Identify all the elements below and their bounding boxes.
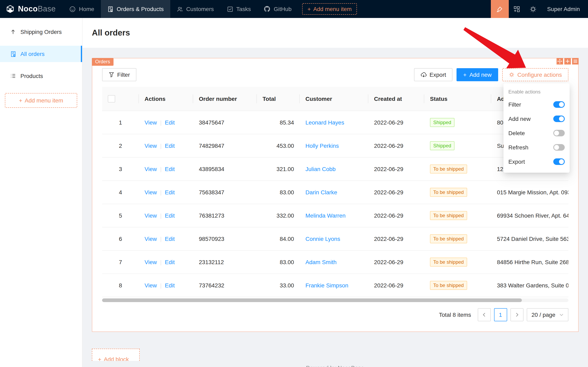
- edit-link[interactable]: Edit: [165, 142, 175, 149]
- nav-item-label: Home: [79, 6, 94, 12]
- edit-link[interactable]: Edit: [165, 212, 175, 219]
- add-block-button[interactable]: + Add block: [92, 349, 140, 361]
- nav-item-github[interactable]: GitHub: [257, 0, 298, 18]
- edit-link[interactable]: Edit: [165, 166, 175, 172]
- horizontal-scrollbar: [102, 298, 568, 302]
- edit-link[interactable]: Edit: [165, 259, 175, 265]
- view-link[interactable]: View: [144, 259, 157, 265]
- dropdown-item-filter[interactable]: Filter: [504, 97, 570, 111]
- plugin-blocks-icon[interactable]: [509, 0, 525, 18]
- user-menu[interactable]: Super Admin: [541, 6, 588, 12]
- nav-item-label: Customers: [186, 6, 214, 12]
- add-block-icon[interactable]: [564, 58, 571, 65]
- view-link[interactable]: View: [144, 235, 157, 242]
- table-row: 3 View|Edit 43895834 321.00 Julian Cobb …: [102, 157, 568, 181]
- page-number-button[interactable]: 1: [494, 308, 507, 321]
- filter-toggle[interactable]: [553, 101, 565, 108]
- toggle-knob: [559, 159, 564, 164]
- edit-link[interactable]: Edit: [165, 119, 175, 126]
- view-link[interactable]: View: [144, 142, 157, 149]
- page-size-value: 20 / page: [531, 311, 555, 318]
- nav-item-label: Tasks: [236, 6, 251, 12]
- settings-gear-icon[interactable]: [525, 0, 541, 18]
- block-menu-icon[interactable]: [572, 58, 579, 65]
- view-link[interactable]: View: [144, 212, 157, 219]
- export-button[interactable]: Export: [414, 68, 453, 81]
- dropdown-item-export[interactable]: Export: [504, 154, 570, 169]
- check-square-icon: [227, 6, 233, 12]
- order-number-cell: 74829847: [193, 134, 257, 157]
- pagination-total: Total 8 items: [439, 311, 471, 318]
- page-header: All orders: [82, 18, 588, 48]
- sidebar-item-all-orders[interactable]: All orders: [0, 46, 82, 62]
- view-link[interactable]: View: [144, 119, 157, 126]
- customer-link[interactable]: Frankie Simpson: [305, 282, 348, 289]
- add-new-button[interactable]: + Add new: [457, 68, 498, 81]
- customer-link[interactable]: Leonard Hayes: [305, 119, 344, 126]
- refresh-toggle[interactable]: [553, 144, 565, 150]
- nav-add-menu-item-label: Add menu item: [313, 6, 352, 12]
- created-at-cell: 2022-06-29: [368, 111, 424, 134]
- order-number-cell: 38475647: [193, 111, 257, 134]
- order-number-cell: 76381273: [193, 204, 257, 227]
- nocobase-logo[interactable]: NocoBase: [0, 0, 63, 18]
- row-index: 6: [102, 227, 139, 250]
- total-cell: 453.00: [257, 134, 300, 157]
- edit-link[interactable]: Edit: [165, 235, 175, 242]
- dropdown-item-refresh[interactable]: Refresh: [504, 140, 570, 154]
- row-index: 7: [102, 250, 139, 274]
- total-cell: 85.34: [257, 111, 300, 134]
- customer-link[interactable]: Melinda Warren: [305, 212, 346, 219]
- view-link[interactable]: View: [144, 282, 157, 289]
- block-collection-tag: Orders: [92, 58, 113, 66]
- drag-move-icon[interactable]: [556, 58, 563, 65]
- add-new-toggle[interactable]: [553, 115, 565, 122]
- total-cell: 33.00: [257, 274, 300, 297]
- row-index: 5: [102, 204, 139, 227]
- customer-link[interactable]: Adam Smith: [305, 259, 337, 265]
- status-badge: To be shipped: [430, 211, 467, 220]
- filter-button[interactable]: Filter: [102, 68, 136, 81]
- delete-toggle[interactable]: [553, 130, 565, 136]
- select-all-checkbox[interactable]: [108, 95, 115, 102]
- customer-link[interactable]: Holly Perkins: [305, 142, 339, 149]
- status-badge: Shipped: [430, 141, 454, 150]
- created-at-cell: 2022-06-29: [368, 250, 424, 274]
- customer-link[interactable]: Connie Lyons: [305, 235, 340, 242]
- created-at-cell: 2022-06-29: [368, 204, 424, 227]
- nav-item-home[interactable]: Home: [63, 0, 101, 18]
- toggle-knob: [554, 145, 559, 150]
- column-header-total: Total: [257, 87, 300, 111]
- nav-item-orders-products[interactable]: Orders & Products: [101, 0, 170, 18]
- dropdown-item-add-new[interactable]: Add new: [504, 111, 570, 126]
- customer-link[interactable]: Julian Cobb: [305, 166, 336, 172]
- page-size-select[interactable]: 20 / page: [527, 308, 568, 321]
- view-link[interactable]: View: [144, 166, 157, 172]
- nav-item-tasks[interactable]: Tasks: [220, 0, 257, 18]
- total-cell: 84.00: [257, 227, 300, 250]
- horizontal-scrollbar-thumb[interactable]: [102, 298, 522, 302]
- address-cell: 015 Margie Mission, Apt. 093, 34936, Ebe…: [491, 181, 568, 204]
- sidebar-item-shipping-orders[interactable]: Shipping Orders: [0, 24, 82, 40]
- edit-link[interactable]: Edit: [165, 282, 175, 289]
- nav-item-customers[interactable]: Customers: [170, 0, 220, 18]
- prev-page-button[interactable]: [478, 308, 491, 321]
- column-header-created-at: Created at: [368, 87, 424, 111]
- smile-icon: [70, 6, 76, 12]
- sidebar-item-products[interactable]: Products: [0, 68, 82, 84]
- dropdown-item-delete[interactable]: Delete: [504, 126, 570, 140]
- view-link[interactable]: View: [144, 189, 157, 196]
- configure-actions-button[interactable]: Configure actions: [502, 68, 568, 81]
- github-icon: [264, 6, 270, 12]
- pagination: Total 8 items 1 20 / page: [102, 308, 568, 321]
- enable-actions-dropdown: Enable actions Filter Add new Delete: [504, 83, 570, 173]
- edit-link[interactable]: Edit: [165, 189, 175, 196]
- main-area: All orders Orders: [82, 18, 588, 367]
- customer-link[interactable]: Darin Clarke: [305, 189, 337, 196]
- nav-add-menu-item-button[interactable]: + Add menu item: [302, 3, 357, 15]
- export-toggle[interactable]: [553, 158, 565, 165]
- highlighter-icon: [496, 6, 503, 12]
- next-page-button[interactable]: [510, 308, 523, 321]
- ui-editor-button[interactable]: [491, 0, 509, 18]
- sidebar-add-menu-item-button[interactable]: + Add menu item: [5, 93, 77, 108]
